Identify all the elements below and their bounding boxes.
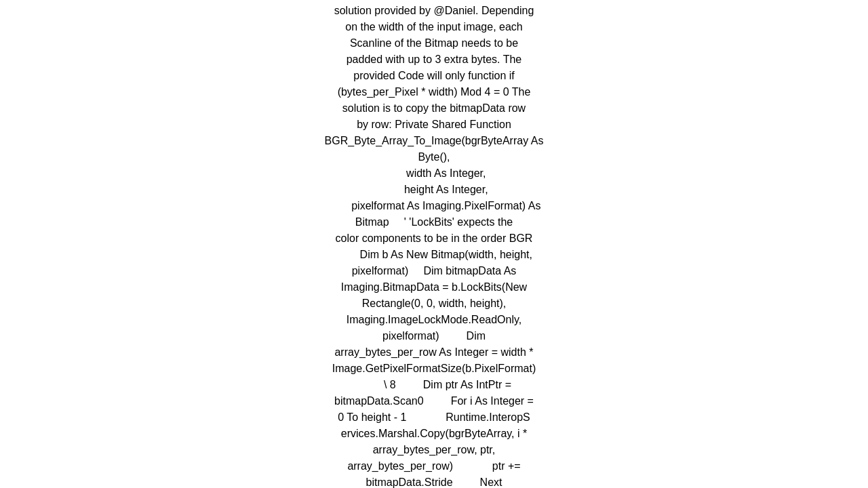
code-text-block: Seems like there is a bug in the solutio… <box>203 0 665 488</box>
main-content: Seems like there is a bug in the solutio… <box>0 0 868 488</box>
